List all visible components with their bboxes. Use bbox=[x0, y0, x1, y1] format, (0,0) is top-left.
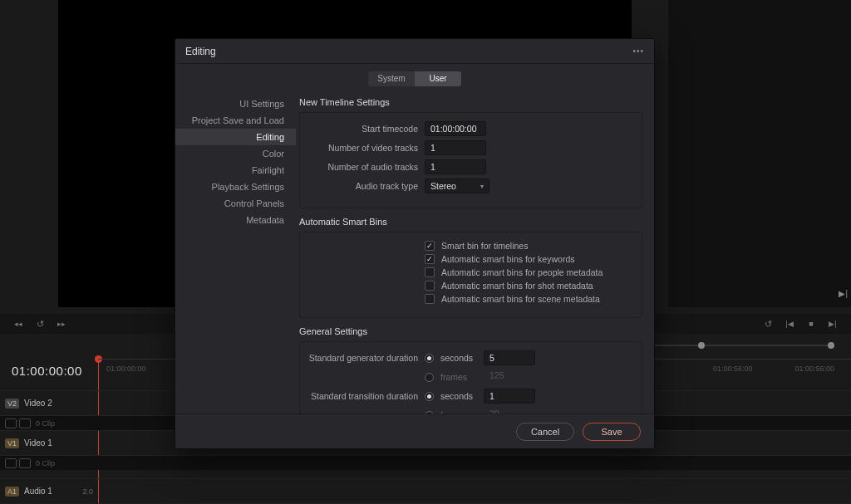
more-options-icon[interactable]: ••• bbox=[632, 46, 644, 56]
input-gen-frames: 125 bbox=[484, 369, 535, 384]
label-transition-duration: Standard transition duration bbox=[308, 391, 418, 401]
section-general: Standard generator duration seconds fram… bbox=[299, 341, 642, 413]
loop-icon[interactable]: ↺ bbox=[763, 319, 773, 330]
tab-user[interactable]: User bbox=[415, 71, 461, 86]
next-icon[interactable]: ▶| bbox=[828, 320, 838, 328]
cat-fairlight[interactable]: Fairlight bbox=[175, 162, 296, 179]
select-audio-track-type[interactable]: Stereo ▾ bbox=[425, 179, 489, 193]
enable-icon[interactable] bbox=[19, 458, 31, 468]
ruler-tick: 01:00:56:00 bbox=[794, 365, 834, 373]
preferences-dialog: Editing ••• System User UI Settings Proj… bbox=[175, 38, 655, 449]
category-list: UI Settings Project Save and Load Editin… bbox=[175, 91, 296, 413]
radio-gen-frames[interactable] bbox=[425, 373, 434, 382]
cat-control-panels[interactable]: Control Panels bbox=[175, 195, 296, 212]
skip-end-icon[interactable]: ▶| bbox=[839, 289, 848, 298]
prev-icon[interactable]: |◀ bbox=[785, 320, 794, 328]
master-timecode[interactable]: 01:00:00:00 bbox=[12, 364, 82, 378]
radio-trans-frames[interactable] bbox=[425, 411, 434, 414]
zoom-slider[interactable] bbox=[648, 340, 834, 350]
cancel-button[interactable]: Cancel bbox=[516, 423, 574, 441]
loop-icon[interactable]: ↺ bbox=[35, 319, 45, 330]
input-audio-tracks[interactable] bbox=[425, 159, 486, 174]
checkbox-smartbin-people[interactable] bbox=[425, 267, 435, 277]
side-panel bbox=[668, 0, 851, 307]
checkbox-smartbin-scene[interactable] bbox=[425, 294, 435, 304]
cat-color[interactable]: Color bbox=[175, 145, 296, 162]
section-title-timeline: New Timeline Settings bbox=[299, 97, 642, 107]
radio-trans-seconds[interactable] bbox=[425, 392, 434, 401]
ruler-tick: 01:00:56:00 bbox=[713, 365, 753, 373]
cat-metadata[interactable]: Metadata bbox=[175, 212, 296, 228]
cat-editing[interactable]: Editing bbox=[175, 129, 296, 145]
section-timeline: Start timecode Number of video tracks Nu… bbox=[299, 112, 642, 208]
input-trans-seconds[interactable] bbox=[484, 389, 535, 404]
label-audio-track-type: Audio track type bbox=[308, 181, 418, 191]
section-smartbins: Smart bin for timelines Automatic smart … bbox=[299, 232, 642, 318]
lock-icon[interactable] bbox=[5, 458, 17, 468]
checkbox-smartbin-keywords[interactable] bbox=[425, 254, 435, 264]
track-v1-sub: 0 Clip bbox=[0, 455, 851, 470]
prefs-tabstrip: System User bbox=[175, 67, 654, 91]
save-button[interactable]: Save bbox=[583, 423, 641, 441]
input-gen-seconds[interactable] bbox=[484, 350, 535, 365]
label-video-tracks: Number of video tracks bbox=[308, 143, 418, 153]
next-clip-icon[interactable]: ▸▸ bbox=[57, 320, 66, 328]
settings-pane: New Timeline Settings Start timecode Num… bbox=[296, 91, 654, 413]
input-video-tracks[interactable] bbox=[425, 140, 486, 155]
stop-icon[interactable]: ■ bbox=[806, 320, 816, 328]
label-start-timecode: Start timecode bbox=[308, 124, 418, 134]
dialog-footer: Cancel Save bbox=[175, 413, 654, 448]
radio-gen-seconds[interactable] bbox=[425, 354, 434, 363]
ruler-tick: 01:00:00:00 bbox=[106, 365, 146, 373]
dialog-header: Editing ••• bbox=[175, 39, 654, 64]
label-generator-duration: Standard generator duration bbox=[308, 353, 418, 363]
section-title-smartbins: Automatic Smart Bins bbox=[299, 217, 642, 227]
dialog-title: Editing bbox=[185, 46, 216, 57]
cat-project-save-load[interactable]: Project Save and Load bbox=[175, 112, 296, 129]
section-title-general: General Settings bbox=[299, 326, 642, 336]
lock-icon[interactable] bbox=[5, 418, 17, 428]
tab-system[interactable]: System bbox=[368, 71, 415, 86]
track-a1-header[interactable]: A1Audio 12.0 bbox=[0, 478, 851, 503]
cat-ui-settings[interactable]: UI Settings bbox=[175, 95, 296, 112]
cat-playback-settings[interactable]: Playback Settings bbox=[175, 179, 296, 195]
checkbox-smartbin-shot[interactable] bbox=[425, 281, 435, 291]
label-audio-tracks: Number of audio tracks bbox=[308, 162, 418, 172]
input-start-timecode[interactable] bbox=[425, 121, 486, 136]
chevron-down-icon: ▾ bbox=[480, 183, 484, 190]
input-trans-frames: 20 bbox=[484, 408, 535, 413]
checkbox-smartbin-timelines[interactable] bbox=[425, 241, 435, 251]
prev-clip-icon[interactable]: ◂◂ bbox=[13, 320, 23, 328]
enable-icon[interactable] bbox=[19, 418, 31, 428]
